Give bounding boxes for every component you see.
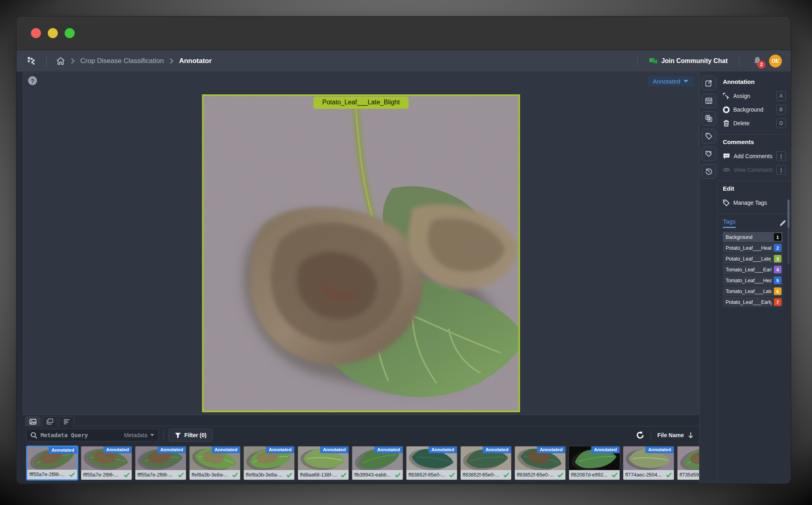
search-scope-dropdown[interactable]: Metadata	[124, 432, 154, 438]
arrow-down-icon	[688, 432, 694, 438]
thumbnail-filename: fff55a7e-2f86-...	[83, 472, 122, 478]
action-label: Background	[733, 106, 773, 113]
action-label: Add Comments	[734, 153, 773, 159]
image-icon	[29, 419, 37, 425]
tag-row[interactable]: Tomato_Leaf___Healthy5	[723, 275, 783, 285]
annotated-badge: Annotated	[537, 446, 565, 453]
join-community-chat-button[interactable]: Join Community Chat	[649, 57, 728, 65]
home-icon[interactable]	[56, 57, 65, 65]
help-button[interactable]: ?	[28, 76, 37, 85]
annotated-badge: Annotated	[428, 446, 457, 453]
thumbnail-filename: ff774aec-2504...	[625, 472, 664, 478]
table-tool-button[interactable]	[702, 94, 716, 108]
gallery-tab-image[interactable]	[25, 416, 41, 426]
tag-row[interactable]: Tomato_Leaf___Late_Bli...6	[723, 286, 783, 296]
tag-key-badge: 5	[774, 277, 781, 284]
gallery-tab-layers[interactable]	[42, 416, 57, 426]
sort-button[interactable]: File Name	[657, 432, 694, 438]
manage-tags-button[interactable]: Manage Tags	[723, 196, 786, 210]
breadcrumb-project[interactable]: Crop Disease Classification	[80, 57, 164, 65]
sort-field-label: File Name	[657, 432, 684, 438]
annotation-section-title: Annotation	[723, 78, 786, 85]
nav-divider	[46, 56, 47, 66]
tag-row[interactable]: Tomato_Leaf___Early_Bl...4	[723, 265, 783, 275]
tab-tags[interactable]: Tags	[723, 218, 736, 228]
thumbnail-card[interactable]: Annotatedff83852f-65e0-...	[460, 446, 512, 481]
tag-row[interactable]: Potato_Leaf___Late_Blig...3	[723, 254, 783, 264]
minimize-window-button[interactable]	[48, 28, 58, 38]
close-window-button[interactable]	[31, 28, 41, 38]
trash-icon	[723, 120, 730, 127]
tag-row[interactable]: Potato_Leaf___Healthy2	[723, 243, 783, 253]
thumbnail-card[interactable]: Annotatedffef8a3b-3e8a-...	[243, 446, 295, 481]
refresh-icon[interactable]	[636, 431, 644, 439]
thumbnail-card[interactable]: Annotatedfff55a7e-2f86-...	[80, 446, 133, 481]
divider	[718, 181, 791, 181]
chevron-down-icon	[683, 80, 688, 83]
divider	[651, 430, 651, 440]
thumbnail-card[interactable]: Annotatedff83852f-65e0-...	[514, 446, 566, 481]
thumbnail-card[interactable]: Annotatedff735d59-0023...	[677, 446, 699, 481]
chevron-right-icon	[169, 58, 173, 64]
annotated-image[interactable]: Potato_Leaf___Late_Blight	[202, 94, 520, 412]
thumbnail-card[interactable]: Annotatedff82087d-e992...	[568, 446, 620, 481]
shortcut-keycap: D	[776, 118, 786, 128]
tag-tool-button[interactable]	[702, 129, 716, 143]
tag-label: Tomato_Leaf___Healthy	[726, 278, 771, 283]
tags-scrollbar[interactable]	[788, 200, 790, 264]
check-icon	[503, 472, 509, 477]
view-comments-button[interactable]: View Comments}	[723, 163, 786, 177]
thumbnail-image	[677, 446, 699, 470]
assign-icon	[723, 93, 730, 100]
thumbnail-card[interactable]: Annotatedffd8aa68-138f-...	[297, 446, 349, 481]
tag-add-tool-button[interactable]	[702, 147, 716, 161]
thumbnail-card[interactable]: Annotatedfff55a7e-2f86-...	[26, 446, 78, 481]
annotated-badge: Annotated	[212, 446, 240, 453]
thumbnail-strip: Annotatedfff55a7e-2f86-... Annotatedfff5…	[23, 443, 699, 484]
eye-icon	[723, 167, 730, 173]
check-icon	[124, 472, 130, 477]
check-icon	[449, 472, 455, 477]
tag-row[interactable]: Potato_Leaf___Early_Bli...7	[723, 297, 783, 307]
status-dropdown-value: Annotated	[653, 78, 680, 85]
app-logo-icon[interactable]	[26, 56, 37, 66]
divider	[163, 430, 164, 440]
top-navbar: Crop Disease Classification Annotator Jo…	[16, 50, 791, 72]
copy-tool-button[interactable]	[702, 111, 716, 126]
gallery-tab-list[interactable]	[59, 416, 74, 426]
avatar[interactable]: DE	[769, 55, 782, 67]
classification-label[interactable]: Potato_Leaf___Late_Blight	[313, 97, 408, 109]
annotated-badge: Annotated	[157, 446, 186, 453]
background-button[interactable]: BackgroundB	[723, 103, 786, 116]
thumbnail-card[interactable]: Annotatedff774aec-2504...	[622, 446, 675, 481]
table-icon	[705, 97, 712, 104]
annotation-canvas[interactable]: ? Annotated	[23, 72, 699, 415]
check-icon	[286, 472, 292, 477]
thumbnail-filename-bar: ffd8aa68-138f-...	[298, 470, 349, 480]
app-window: Crop Disease Classification Annotator Jo…	[16, 16, 791, 484]
add-comments-button[interactable]: Add Comments{	[723, 149, 786, 163]
tag-row[interactable]: Background1	[723, 232, 783, 242]
thumbnail-card[interactable]: Annotatedfff55a7e-2f86-...	[135, 446, 187, 481]
edit-tags-pencil-icon[interactable]	[779, 220, 786, 226]
thumbnail-filename: ffd8aa68-138f-...	[300, 472, 339, 478]
metadata-search-input[interactable]: Metadata Query Metadata	[26, 429, 159, 442]
delete-button[interactable]: DeleteD	[723, 116, 786, 130]
annotated-badge: Annotated	[266, 446, 294, 453]
thumbnail-filename: ff82087d-e992...	[571, 472, 610, 478]
search-placeholder: Metadata Query	[41, 432, 121, 438]
notifications-button[interactable]: 2	[753, 56, 762, 66]
assign-button[interactable]: AssignA	[723, 89, 786, 103]
annotation-status-dropdown[interactable]: Annotated	[648, 76, 693, 86]
thumbnail-card[interactable]: Annotatedffb39943-eabb...	[351, 446, 404, 481]
thumbnail-filename: ffef8a3b-3e8a-...	[192, 472, 230, 478]
thumbnail-card[interactable]: Annotatedff83852f-65e0-...	[406, 446, 458, 481]
check-icon	[69, 472, 75, 477]
history-tool-button[interactable]	[702, 164, 716, 179]
tag-label: Potato_Leaf___Early_Bli...	[726, 299, 771, 305]
right-panel: Annotation AssignABackgroundBDeleteD Com…	[718, 72, 791, 484]
thumbnail-card[interactable]: Annotatedffef8a3b-3e8a-...	[189, 446, 241, 481]
filter-button[interactable]: Filter (0)	[169, 429, 212, 442]
edit-tool-button[interactable]	[702, 76, 716, 90]
zoom-window-button[interactable]	[65, 28, 75, 38]
